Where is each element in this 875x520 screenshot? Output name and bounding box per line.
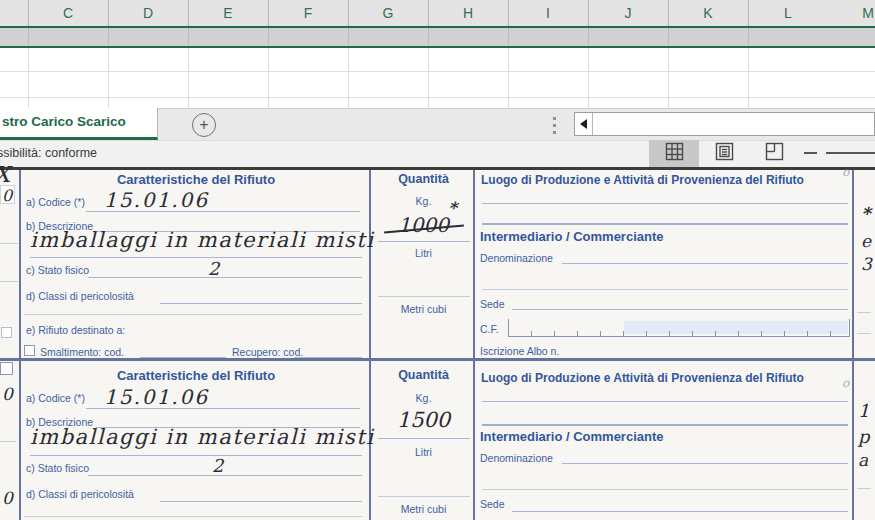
handwritten-mark: a [858, 450, 868, 470]
tab-scroll-dots-icon[interactable] [553, 124, 556, 127]
worksheet-grid[interactable] [0, 48, 875, 108]
form-border [473, 170, 475, 520]
scan-line [0, 243, 18, 244]
page-break-icon [765, 142, 784, 165]
scan-line [857, 333, 871, 334]
handwritten-mark: * [861, 203, 870, 224]
stato-fisico-label: c) Stato fisico [26, 264, 89, 277]
form-border [369, 170, 371, 520]
metri-cubi-label: Metri cubi [374, 503, 473, 516]
normal-view-button[interactable] [649, 140, 699, 167]
field-line [482, 401, 848, 402]
column-header[interactable]: G [348, 0, 428, 26]
field-line [482, 289, 848, 290]
classi-pericolosita-label: d) Classi di pericolosità [26, 488, 134, 501]
form-border [852, 170, 854, 520]
codice-value: 15.01.06 [104, 188, 209, 212]
column-header[interactable]: C [28, 0, 108, 26]
new-sheet-button[interactable]: + [192, 113, 216, 137]
kg-label: Kg. [374, 195, 473, 208]
luogo-header: Luogo di Produzione e Attività di Proven… [481, 173, 804, 187]
scan-line [0, 281, 18, 282]
stato-fisico-label: c) Stato fisico [26, 462, 89, 475]
scroll-left-arrow-icon[interactable] [580, 119, 587, 129]
scan-line [857, 312, 871, 313]
field-line [140, 357, 226, 358]
field-line [378, 496, 470, 497]
recupero-label: Recupero: cod. [232, 346, 303, 359]
page-break-preview-button[interactable] [749, 140, 799, 167]
smaltimento-label: Smaltimento: cod. [40, 346, 124, 359]
field-line [24, 516, 362, 517]
tab-scroll-dots-icon[interactable] [553, 131, 556, 134]
sheet-tab-label: stro Carico Scarico [2, 114, 126, 129]
denominazione-label: Denominazione [480, 252, 553, 265]
denominazione-label: Denominazione [480, 452, 553, 465]
cf-comb-field [508, 319, 850, 337]
handwritten-mark: 0 [2, 488, 13, 508]
cf-label: C.F. [480, 323, 499, 336]
codice-label: a) Codice (*) [26, 392, 85, 405]
field-line [482, 223, 848, 225]
codice-label: a) Codice (*) [26, 196, 85, 209]
field-line [562, 463, 848, 464]
litri-label: Litri [374, 446, 473, 459]
column-header[interactable]: H [428, 0, 508, 26]
kg-value: 1500 [374, 408, 473, 432]
excel-window: C D E F G H I J K L M stro Carico Scaric… [0, 0, 875, 520]
field-line [88, 277, 362, 278]
stato-fisico-value: 2 [212, 455, 223, 476]
zoom-out-minus-icon[interactable] [804, 152, 817, 154]
column-header[interactable]: D [108, 0, 188, 26]
gridline [0, 97, 875, 98]
field-line [30, 257, 362, 258]
field-line [482, 489, 848, 490]
scrollbar-divider [592, 113, 593, 135]
column-header[interactable]: E [188, 0, 268, 26]
scan-line [0, 441, 16, 442]
field-line [562, 263, 848, 264]
stray-mark: o [842, 165, 849, 179]
intermediario-label: Intermediario / Commerciante [480, 229, 664, 244]
tab-scroll-dots-icon[interactable] [553, 117, 556, 120]
selected-row-band[interactable] [0, 28, 875, 46]
field-line [160, 303, 362, 304]
luogo-header: Luogo di Produzione e Attività di Proven… [481, 371, 804, 385]
classi-pericolosita-label: d) Classi di pericolosità [26, 290, 134, 303]
field-line [160, 501, 362, 502]
metri-cubi-label: Metri cubi [374, 303, 473, 316]
page-layout-view-button[interactable] [699, 140, 749, 167]
descrizione-value: imballaggi in materiali misti [30, 425, 374, 449]
handwritten-mark: p [858, 426, 870, 447]
quantita-header: Quantità [374, 172, 473, 186]
field-line [482, 424, 848, 426]
section-header: Caratteristiche del Rifiuto [22, 172, 370, 187]
page-layout-icon [715, 142, 734, 165]
handwritten-mark: X [0, 162, 10, 187]
field-line [88, 475, 362, 476]
field-line [294, 357, 362, 358]
column-header[interactable]: F [268, 0, 348, 26]
field-line [30, 455, 362, 456]
field-line [482, 203, 848, 204]
checkbox [1, 327, 12, 338]
zoom-slider-track[interactable] [826, 152, 875, 154]
column-header[interactable]: K [668, 0, 748, 26]
stray-mark: o [842, 376, 849, 390]
sede-label: Sede [480, 498, 505, 511]
section-divider [0, 358, 875, 361]
column-header[interactable]: J [588, 0, 668, 26]
section-header: Caratteristiche del Rifiuto [22, 368, 370, 383]
horizontal-scrollbar[interactable] [574, 112, 875, 136]
stato-fisico-value: 2 [208, 258, 219, 279]
accessibility-status: ssibilità: conforme [0, 146, 97, 160]
handwritten-mark: 0 [2, 186, 12, 205]
intermediario-label: Intermediario / Commerciante [480, 429, 664, 444]
field-line [378, 438, 470, 439]
column-header[interactable]: M [828, 0, 875, 26]
column-header[interactable]: I [508, 0, 588, 26]
scan-line [857, 488, 871, 489]
checkbox [0, 362, 13, 375]
sede-label: Sede [480, 298, 505, 311]
column-header[interactable]: L [748, 0, 828, 26]
